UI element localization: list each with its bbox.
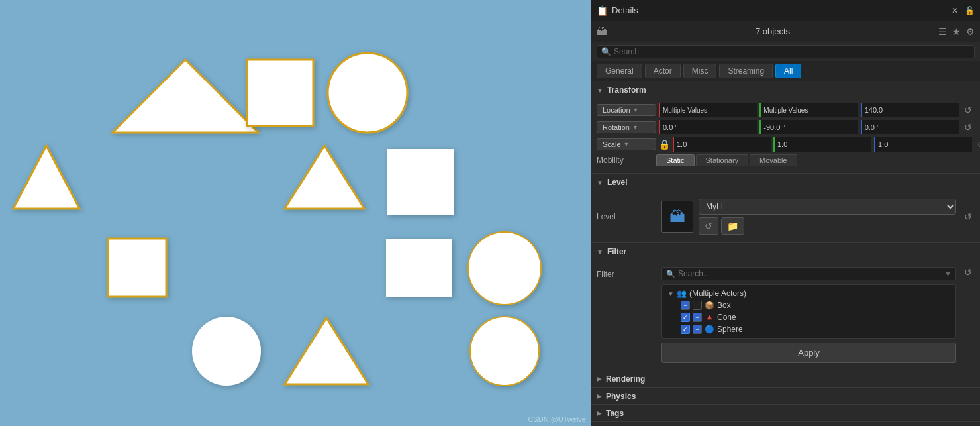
multiple-actors-label: (Multiple Actors) — [689, 289, 746, 298]
tab-misc[interactable]: Misc — [683, 64, 717, 78]
box-label: Box — [717, 301, 731, 310]
mobility-static[interactable]: Static — [656, 154, 695, 166]
cone-icon: 🔺 — [705, 313, 714, 322]
watermark: CSDN @UTwelve — [528, 415, 586, 423]
location-reset[interactable]: ↺ — [961, 105, 975, 115]
sphere-checkbox[interactable]: ✓ — [681, 325, 690, 334]
tab-bar: General Actor Misc Streaming All — [591, 61, 980, 81]
filter-header[interactable]: ▼ Filter — [591, 243, 980, 260]
filter-inner: Filter 🔍 ▼ ▼ 👥 — [597, 264, 975, 366]
scale-button[interactable]: Scale ▼ — [597, 138, 656, 150]
toolbar-icons: ☰ ★ ⚙ — [938, 27, 975, 37]
box-checkbox[interactable] — [693, 301, 702, 310]
apply-button[interactable]: Apply — [662, 343, 956, 363]
rotation-z-input[interactable] — [861, 120, 959, 134]
sphere-icon: 🔵 — [705, 325, 714, 334]
filter-tree-children: − 📦 Box ✓ − 🔺 Cone — [665, 299, 953, 335]
filter-item-cone: ✓ − 🔺 Cone — [678, 311, 953, 323]
filter-dropdown-icon[interactable]: ▼ — [944, 270, 952, 278]
scale-z-input[interactable] — [874, 137, 972, 152]
rotation-reset[interactable]: ↺ — [961, 122, 975, 133]
svg-point-11 — [470, 317, 539, 386]
rotation-x-input[interactable] — [659, 120, 757, 134]
filter-tree-root: ▼ 👥 (Multiple Actors) — [665, 288, 953, 299]
filter-arrow: ▼ — [597, 248, 603, 256]
svg-rect-7 — [386, 239, 452, 297]
search-bar: 🔍 — [597, 45, 975, 58]
location-z-input[interactable] — [861, 103, 959, 117]
physics-title: Physics — [606, 392, 636, 401]
scale-y-input[interactable] — [773, 137, 871, 152]
tags-arrow: ▶ — [597, 409, 602, 417]
physics-section[interactable]: ▶ Physics — [591, 388, 980, 405]
level-header[interactable]: ▼ Level — [591, 174, 980, 191]
filter-tree: ▼ 👥 (Multiple Actors) − 📦 — [662, 284, 956, 339]
rotation-y-input[interactable] — [760, 120, 858, 134]
svg-point-9 — [192, 317, 261, 386]
svg-point-2 — [328, 53, 407, 133]
location-row: Location ▼ ↺ — [597, 103, 975, 117]
cone-label: Cone — [717, 313, 736, 322]
level-row: Level 🏔 MyLI ↺ 📁 ↺ — [597, 195, 975, 239]
sphere-minus-btn[interactable]: − — [693, 325, 702, 334]
scale-lock-icon[interactable]: 🔒 — [659, 139, 670, 150]
level-reload-btn[interactable]: ↺ — [699, 217, 718, 235]
svg-marker-10 — [285, 318, 368, 384]
filter-right: 🔍 ▼ ▼ 👥 (Multiple Actors) — [662, 267, 956, 363]
filter-search-input[interactable] — [678, 269, 944, 278]
gear-icon[interactable]: ⚙ — [966, 27, 975, 37]
activation-section[interactable]: ▶ Activation — [591, 422, 980, 426]
panel-content: ▼ Transform Location ▼ ↺ — [591, 81, 980, 426]
location-y-input[interactable] — [760, 103, 858, 117]
transform-header[interactable]: ▼ Transform — [591, 81, 980, 99]
tab-streaming[interactable]: Streaming — [719, 64, 773, 78]
tab-all[interactable]: All — [775, 64, 801, 78]
filter-content: Filter 🔍 ▼ ▼ 👥 — [591, 260, 980, 370]
cone-minus-btn[interactable]: − — [693, 313, 702, 322]
level-section: ▼ Level Level 🏔 MyLI ↺ 📁 — [591, 174, 980, 243]
tab-actor[interactable]: Actor — [645, 64, 681, 78]
search-icon: 🔍 — [601, 47, 611, 56]
box-icon: 📦 — [705, 301, 714, 310]
svg-rect-5 — [387, 149, 454, 215]
mobility-movable[interactable]: Movable — [750, 154, 797, 166]
rendering-title: Rendering — [606, 374, 645, 384]
mobility-stationary[interactable]: Stationary — [696, 154, 749, 166]
rendering-section[interactable]: ▶ Rendering — [591, 370, 980, 388]
cone-checkbox[interactable]: ✓ — [681, 313, 690, 322]
box-minus-btn[interactable]: − — [681, 301, 690, 310]
list-view-icon[interactable]: ☰ — [938, 27, 947, 37]
close-button[interactable]: ✕ — [948, 5, 962, 17]
search-input[interactable] — [614, 47, 970, 56]
details-panel: 📋 Details ✕ 🔓 🏔 7 objects ☰ ★ ⚙ 🔍 Genera… — [591, 0, 980, 426]
scale-x-input[interactable] — [673, 137, 771, 152]
transform-content: Location ▼ ↺ Rotation ▼ — [591, 99, 980, 173]
tree-expand-icon[interactable]: ▼ — [667, 290, 674, 297]
tags-section[interactable]: ▶ Tags — [591, 405, 980, 422]
filter-section: ▼ Filter Filter 🔍 ▼ — [591, 243, 980, 370]
scale-reset[interactable]: ↺ — [975, 139, 980, 150]
physics-arrow: ▶ — [597, 392, 602, 399]
filter-reset[interactable]: ↺ — [961, 267, 975, 363]
mobility-row: Mobility Static Stationary Movable — [597, 154, 975, 166]
lock-icon[interactable]: 🔓 — [965, 6, 975, 15]
mobility-options: Static Stationary Movable — [656, 154, 797, 166]
panel-header: 📋 Details ✕ 🔓 — [591, 0, 980, 21]
level-browse-btn[interactable]: 📁 — [721, 217, 744, 235]
objects-bar: 🏔 7 objects ☰ ★ ⚙ — [591, 21, 980, 42]
level-arrow: ▼ — [597, 179, 603, 186]
mobility-label: Mobility — [597, 156, 656, 165]
location-button[interactable]: Location ▼ — [597, 104, 656, 116]
level-reset[interactable]: ↺ — [961, 211, 975, 222]
rotation-row: Rotation ▼ ↺ — [597, 120, 975, 134]
scene-icon: 🏔 — [597, 26, 607, 38]
tab-general[interactable]: General — [597, 64, 642, 78]
objects-count: 7 objects — [607, 27, 938, 36]
star-icon[interactable]: ★ — [952, 27, 961, 37]
transform-title: Transform — [607, 85, 646, 95]
level-select[interactable]: MyLI — [699, 199, 956, 215]
rotation-button[interactable]: Rotation ▼ — [597, 121, 656, 133]
level-label: Level — [597, 212, 656, 221]
svg-marker-4 — [285, 146, 364, 209]
location-x-input[interactable] — [659, 103, 757, 117]
